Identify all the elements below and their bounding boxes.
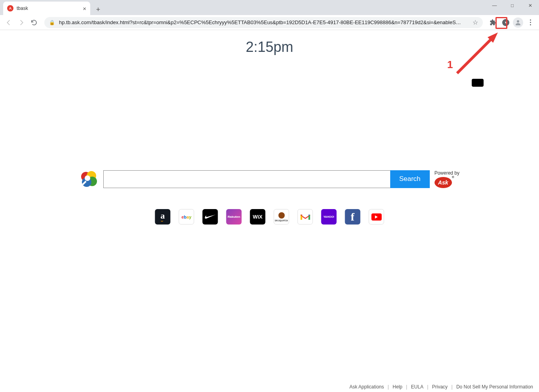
- tile-facebook[interactable]: f: [345, 209, 361, 225]
- tile-wix[interactable]: WiX: [250, 209, 266, 225]
- svg-point-5: [85, 175, 90, 181]
- search-input[interactable]: [103, 170, 390, 188]
- svg-line-7: [457, 36, 495, 73]
- browser-tab[interactable]: A tbask ×: [3, 2, 90, 15]
- powered-by-label: Powered by: [435, 170, 459, 176]
- search-area: Search Powered by Ask: [80, 169, 459, 188]
- forward-button[interactable]: [16, 17, 27, 28]
- reload-button[interactable]: [28, 17, 40, 28]
- tile-ebay[interactable]: ebay: [179, 209, 194, 225]
- person-icon: [514, 19, 522, 26]
- profile-button[interactable]: [513, 17, 523, 28]
- close-button[interactable]: ✕: [521, 0, 539, 11]
- back-button[interactable]: [3, 17, 14, 28]
- annotation-number: 1: [447, 59, 453, 71]
- tab-close-icon[interactable]: ×: [83, 6, 86, 11]
- url-text: hp.tb.ask.com/tbask/index.html?st=rc&tpr…: [59, 19, 469, 25]
- window-controls: — □ ✕: [486, 0, 539, 11]
- tile-gmail[interactable]: [298, 209, 313, 225]
- new-tab-button[interactable]: +: [93, 4, 104, 15]
- menu-dot-icon: [530, 22, 531, 23]
- lock-icon: 🔒: [49, 20, 55, 25]
- tile-amazon[interactable]: a⌣: [155, 209, 171, 225]
- minimize-button[interactable]: —: [486, 0, 503, 11]
- search-logo-icon: [80, 169, 99, 188]
- annotation-arrow-icon: [451, 28, 503, 79]
- powered-by: Powered by Ask: [435, 170, 459, 188]
- tile-rakuten[interactable]: Rakuten: [226, 209, 242, 225]
- footer-link[interactable]: Help: [393, 384, 402, 390]
- footer-link[interactable]: Do Not Sell My Personal Information: [456, 384, 533, 390]
- tile-nike[interactable]: [203, 209, 218, 225]
- menu-button[interactable]: [525, 17, 536, 28]
- address-bar[interactable]: 🔒 hp.tb.ask.com/tbask/index.html?st=rc&t…: [44, 17, 483, 28]
- tab-strip: A tbask × +: [0, 0, 539, 15]
- tile-yahoo[interactable]: YAHOO!: [321, 209, 337, 225]
- search-button[interactable]: Search: [390, 170, 430, 188]
- reload-icon: [30, 19, 38, 26]
- page-content: 2:15pm Search Powered by Ask a⌣ ebay Rak…: [0, 30, 539, 392]
- maximize-button[interactable]: □: [503, 0, 521, 11]
- menu-dot-icon: [530, 19, 531, 21]
- quick-tiles: a⌣ ebay Rakuten WiX DR.SQUATCH YAHOO! f: [155, 209, 384, 225]
- arrow-left-icon: [5, 19, 12, 26]
- tab-favicon-icon: A: [7, 5, 13, 11]
- tile-drsquatch[interactable]: DR.SQUATCH: [274, 209, 289, 225]
- annotation-highlight-box: [495, 17, 507, 29]
- tile-youtube[interactable]: [369, 209, 384, 225]
- search-box: Search: [103, 170, 430, 188]
- footer-link[interactable]: Ask Applications: [349, 384, 384, 390]
- settings-widget-icon[interactable]: [472, 79, 484, 87]
- ask-logo-icon: Ask: [435, 177, 452, 188]
- bookmark-star-icon[interactable]: ☆: [473, 19, 478, 26]
- footer-link[interactable]: EULA: [411, 384, 423, 390]
- footer-links: Ask Applications | Help | EULA | Privacy…: [348, 384, 534, 392]
- tab-title: tbask: [17, 6, 80, 11]
- svg-point-0: [517, 20, 519, 23]
- footer-link[interactable]: Privacy: [432, 384, 448, 390]
- arrow-right-icon: [18, 19, 25, 26]
- menu-dot-icon: [530, 24, 531, 25]
